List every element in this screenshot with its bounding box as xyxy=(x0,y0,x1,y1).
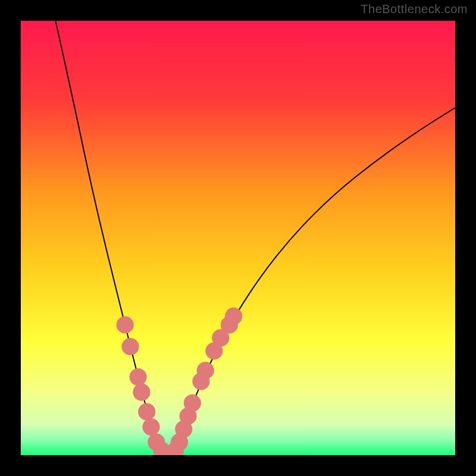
watermark-text: TheBottleneck.com xyxy=(361,2,468,16)
marker-point xyxy=(121,338,139,355)
marker-point xyxy=(142,418,159,436)
plot-area xyxy=(21,21,455,455)
marker-point xyxy=(225,308,242,325)
marker-point xyxy=(138,403,155,420)
marker-point xyxy=(197,362,214,379)
marker-point xyxy=(184,394,201,412)
marker-point xyxy=(133,384,150,401)
marker-point xyxy=(117,316,134,333)
plot-svg xyxy=(21,21,455,455)
chart-frame: TheBottleneck.com xyxy=(0,0,476,476)
marker-point xyxy=(130,368,147,386)
gradient-background xyxy=(21,21,455,455)
